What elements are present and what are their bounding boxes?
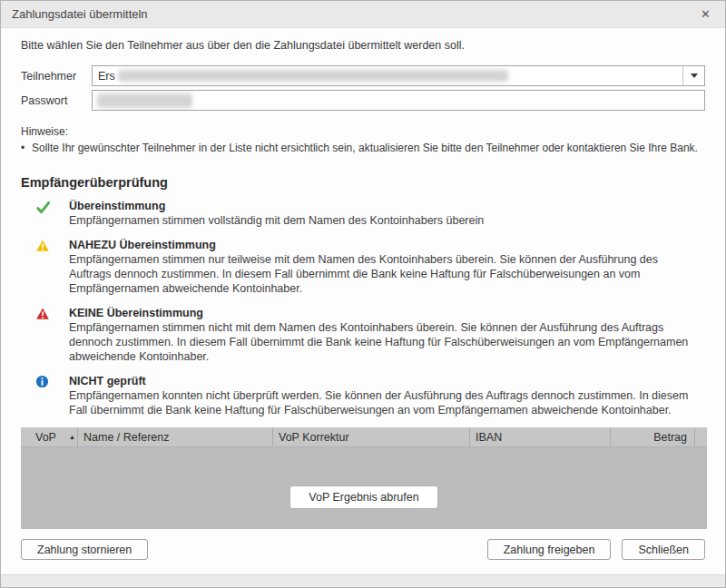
vop-section-heading: Empfängerüberprüfung xyxy=(21,175,705,190)
column-header-name-referenz[interactable]: Name / Referenz xyxy=(78,427,273,446)
column-header-vop[interactable]: VoP ▲ xyxy=(21,427,78,446)
hinweise-item-text: Sollte Ihr gewünschter Teilnehmer in der… xyxy=(32,141,698,155)
vop-item-description: Empfängernamen konnten nicht überprüft w… xyxy=(69,388,694,417)
dialog-button-row: Zahlung stornieren Zahlung freigeben Sch… xyxy=(21,539,705,560)
submit-payment-file-dialog: Zahlungsdatei übermitteln ✕ Bitte wählen… xyxy=(0,0,726,588)
teilnehmer-value: Ers xyxy=(98,70,115,83)
vop-legend: Übereinstimmung Empfängernamen stimmen v… xyxy=(21,199,705,417)
table-header-row: VoP ▲ Name / Referenz VoP Korrektur IBAN… xyxy=(21,427,707,447)
warning-red-icon xyxy=(21,306,69,364)
column-header-iban[interactable]: IBAN xyxy=(470,427,611,446)
vop-item-description: Empfängernamen stimmen nicht mit dem Nam… xyxy=(69,320,694,364)
warning-yellow-icon xyxy=(21,238,69,296)
vop-item-no-match: KEINE Übereinstimmung Empfängernamen sti… xyxy=(21,306,705,364)
teilnehmer-dropdown-button[interactable] xyxy=(682,66,704,85)
close-icon[interactable]: ✕ xyxy=(697,6,714,22)
info-icon xyxy=(21,374,69,417)
hinweise-item: • Sollte Ihr gewünschter Teilnehmer in d… xyxy=(21,141,705,155)
vop-item-title: Übereinstimmung xyxy=(69,199,694,213)
vop-item-title: NAHEZU Übereinstimmung xyxy=(69,238,694,252)
vop-item-match: Übereinstimmung Empfängernamen stimmen v… xyxy=(21,199,705,228)
credentials-form: Teilnehmer Ers Passwort xyxy=(21,65,705,111)
dialog-title: Zahlungsdatei übermitteln xyxy=(12,7,697,21)
intro-text: Bitte wählen Sie den Teilnehmer aus über… xyxy=(21,38,705,53)
vop-item-not-checked: NICHT geprüft Empfängernamen konnten nic… xyxy=(21,374,705,417)
column-header-vop-korrektur[interactable]: VoP Korrektur xyxy=(273,427,470,446)
button-row-spacer xyxy=(148,539,486,560)
column-header-betrag[interactable]: Betrag xyxy=(611,427,695,446)
hinweise-section: Hinweise: • Sollte Ihr gewünschter Teiln… xyxy=(21,124,705,155)
passwort-label: Passwort xyxy=(21,94,92,107)
vop-ergebnis-abrufen-button[interactable]: VoP Ergebnis abrufen xyxy=(289,485,437,509)
chevron-down-icon xyxy=(691,74,698,78)
vop-item-description: Empfängernamen stimmen vollständig mit d… xyxy=(69,213,694,228)
teilnehmer-redacted-value xyxy=(118,70,508,82)
vop-item-description: Empfängernamen stimmen nur teilweise mit… xyxy=(69,252,694,296)
schliessen-button[interactable]: Schließen xyxy=(622,539,705,560)
vop-item-title: KEINE Übereinstimmung xyxy=(69,306,694,320)
table-body-empty: VoP Ergebnis abrufen xyxy=(21,447,707,529)
hinweise-heading: Hinweise: xyxy=(21,124,705,139)
check-icon xyxy=(21,199,69,228)
vop-result-table: VoP ▲ Name / Referenz VoP Korrektur IBAN… xyxy=(21,427,707,529)
passwort-input[interactable] xyxy=(92,90,705,111)
vop-item-near-match: NAHEZU Übereinstimmung Empfängernamen st… xyxy=(21,238,705,296)
teilnehmer-combobox[interactable]: Ers xyxy=(92,65,705,86)
sort-ascending-icon: ▲ xyxy=(69,434,75,440)
column-header-spacer xyxy=(695,427,707,446)
zahlung-freigeben-button[interactable]: Zahlung freigeben xyxy=(487,539,612,560)
zahlung-stornieren-button[interactable]: Zahlung stornieren xyxy=(21,539,148,560)
bullet-glyph: • xyxy=(21,141,32,155)
teilnehmer-label: Teilnehmer xyxy=(21,70,92,83)
dialog-titlebar: Zahlungsdatei übermitteln ✕ xyxy=(1,1,725,28)
dialog-bottom-edge xyxy=(1,574,725,587)
passwort-redacted-value xyxy=(97,93,192,108)
vop-item-title: NICHT geprüft xyxy=(69,374,694,388)
